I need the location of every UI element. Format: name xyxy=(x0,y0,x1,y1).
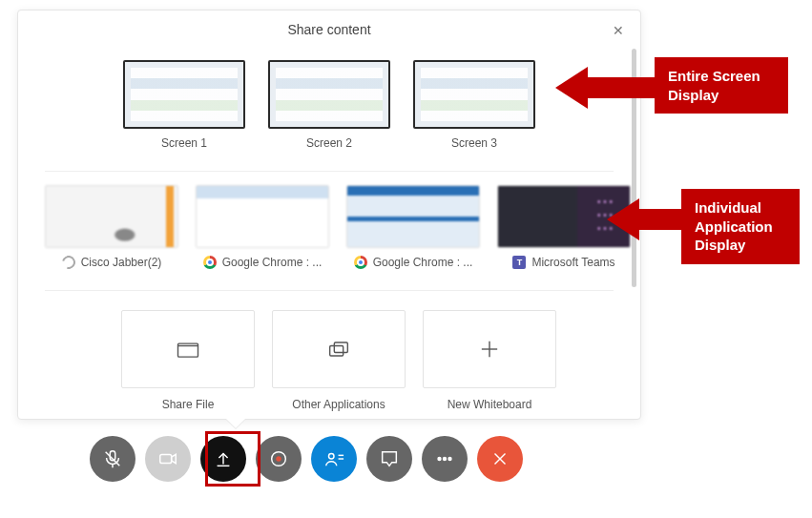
share-upload-icon xyxy=(213,448,234,469)
chat-icon xyxy=(379,448,400,469)
app-option-cisco-jabber[interactable]: Cisco Jabber(2) xyxy=(45,185,178,269)
meeting-toolbar xyxy=(90,436,523,482)
share-file-button[interactable] xyxy=(121,310,255,388)
record-button[interactable] xyxy=(256,436,302,482)
app-label: Google Chrome : ... xyxy=(373,256,473,269)
app-thumbnail xyxy=(45,185,178,248)
svg-rect-8 xyxy=(160,454,172,463)
more-options-button[interactable] xyxy=(422,436,468,482)
callout-entire-screen: Entire Screen Display xyxy=(655,57,788,114)
chat-button[interactable] xyxy=(366,436,412,482)
panel-title: Share content xyxy=(287,22,370,37)
action-label: Share File xyxy=(121,398,255,411)
mute-button[interactable] xyxy=(90,436,135,482)
screen-label: Screen 1 xyxy=(123,136,245,150)
plus-icon xyxy=(476,336,503,363)
app-option-chrome-1[interactable]: Google Chrome : ... xyxy=(196,185,329,269)
screen-option-1[interactable]: Screen 1 xyxy=(123,60,245,150)
arrow-icon xyxy=(555,67,588,109)
camera-icon xyxy=(157,448,178,469)
windows-stack-icon xyxy=(325,336,352,363)
app-caption: Google Chrome : ... xyxy=(346,256,480,269)
end-call-button[interactable] xyxy=(477,436,523,482)
svg-point-19 xyxy=(448,458,451,461)
app-caption: Microsoft Teams xyxy=(497,256,631,269)
screen-thumbnail xyxy=(413,60,535,129)
app-caption: Google Chrome : ... xyxy=(196,256,329,269)
arrow-icon xyxy=(607,198,639,240)
screen-label: Screen 3 xyxy=(413,136,535,150)
app-thumbnail xyxy=(346,185,480,248)
action-new-whiteboard-wrap: New Whiteboard xyxy=(423,310,556,411)
screen-option-2[interactable]: Screen 2 xyxy=(268,60,390,150)
teams-icon xyxy=(512,256,526,269)
share-content-panel: Share content ✕ Screen 1 Screen 2 Screen… xyxy=(17,10,641,420)
action-label: New Whiteboard xyxy=(423,398,556,411)
app-thumbnail xyxy=(196,185,329,248)
more-icon xyxy=(434,448,455,469)
participants-button[interactable] xyxy=(311,436,357,482)
other-applications-button[interactable] xyxy=(272,310,406,388)
screen-thumbnail xyxy=(268,60,390,129)
close-icon xyxy=(489,448,510,469)
actions-row: Share File Other Applications New Whiteb… xyxy=(18,291,640,411)
app-label: Microsoft Teams xyxy=(531,256,614,269)
share-button[interactable] xyxy=(200,436,246,482)
screen-option-3[interactable]: Screen 3 xyxy=(413,60,535,150)
callout-individual-app: Individual Application Display xyxy=(681,189,800,264)
app-caption: Cisco Jabber(2) xyxy=(45,256,178,269)
panel-header: Share content ✕ xyxy=(18,10,640,43)
screen-thumbnail xyxy=(123,60,245,129)
svg-point-18 xyxy=(444,458,447,461)
record-icon xyxy=(268,448,289,469)
arrow-shaft xyxy=(588,77,656,98)
chrome-icon xyxy=(354,256,367,269)
svg-point-14 xyxy=(329,454,335,460)
jabber-icon xyxy=(59,256,77,269)
mic-off-icon xyxy=(102,448,123,469)
svg-rect-1 xyxy=(330,346,344,357)
app-option-chrome-2[interactable]: Google Chrome : ... xyxy=(346,185,480,269)
app-label: Cisco Jabber(2) xyxy=(81,256,162,269)
folder-icon xyxy=(175,336,201,363)
action-label: Other Applications xyxy=(272,398,406,411)
chrome-icon xyxy=(203,256,217,269)
applications-row: Cisco Jabber(2) Google Chrome : ... Goog… xyxy=(18,172,640,275)
svg-point-13 xyxy=(276,456,281,462)
action-other-apps-wrap: Other Applications xyxy=(272,310,406,411)
svg-rect-2 xyxy=(334,342,347,353)
arrow-shaft xyxy=(639,209,683,230)
new-whiteboard-button[interactable] xyxy=(423,310,556,388)
screens-row: Screen 1 Screen 2 Screen 3 xyxy=(18,43,640,155)
app-label: Google Chrome : ... xyxy=(222,256,323,269)
action-share-file-wrap: Share File xyxy=(121,310,255,411)
screen-label: Screen 2 xyxy=(268,136,390,150)
close-icon[interactable]: ✕ xyxy=(610,22,627,39)
participants-icon xyxy=(323,448,344,469)
svg-point-17 xyxy=(438,458,441,461)
video-button[interactable] xyxy=(145,436,191,482)
